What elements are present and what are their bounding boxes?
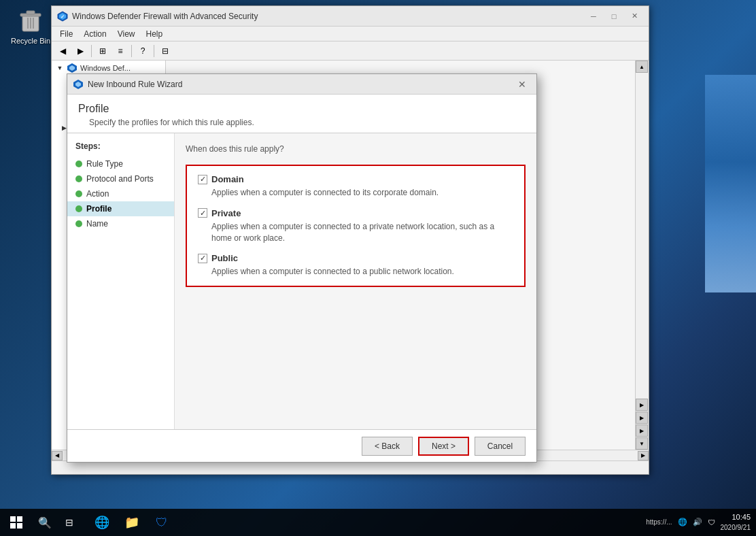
back-button[interactable]: < Back (362, 437, 413, 456)
taskbar-explorer-app[interactable]: 📁 (117, 509, 147, 536)
dialog-header-subtitle: Specify the profiles for which this rule… (78, 118, 526, 127)
dialog-question: When does this rule apply? (186, 144, 526, 154)
menu-view[interactable]: View (112, 28, 141, 40)
taskbar-shield-app[interactable]: 🛡 (147, 509, 177, 536)
dialog-title-icon (73, 79, 84, 90)
scroll-right-1-btn[interactable]: ▶ (636, 399, 648, 411)
svg-text:✓: ✓ (61, 14, 65, 19)
profile-domain-desc: Applies when a computer is connected to … (198, 187, 513, 199)
recycle-bin-icon[interactable]: Recycle Bin (7, 7, 54, 45)
scroll-left-btn[interactable]: ◀ (52, 451, 63, 460)
clock-date: 2020/9/21 (721, 523, 751, 533)
step-dot-protocol-ports (75, 175, 82, 182)
tree-root-icon (67, 63, 78, 73)
step-action[interactable]: Action (67, 186, 174, 201)
dialog-body: Steps: Rule Type Protocol and Ports Acti… (67, 133, 536, 429)
recycle-bin-label: Recycle Bin (11, 37, 50, 45)
cancel-button[interactable]: Cancel (475, 437, 526, 456)
menu-file[interactable]: File (54, 28, 78, 40)
menu-action[interactable]: Action (78, 28, 111, 40)
ie-icon: 🌐 (94, 515, 109, 530)
step-dot-rule-type (75, 161, 82, 167)
start-button[interactable] (0, 509, 33, 536)
scroll-up-btn[interactable]: ▲ (636, 61, 648, 73)
steps-title: Steps: (67, 141, 174, 156)
next-button[interactable]: Next > (418, 437, 469, 456)
toolbar-separator-3 (154, 45, 154, 57)
window-title: Windows Defender Firewall with Advanced … (72, 12, 585, 21)
profile-domain-row: Domain (198, 174, 513, 184)
dialog-close-button[interactable]: ✕ (513, 78, 531, 91)
profile-domain-name: Domain (211, 174, 244, 184)
desktop: Recycle Bin ✓ Windows Defender Firewall … (0, 0, 756, 536)
menu-help[interactable]: Help (141, 28, 169, 40)
blue-light-decoration (705, 75, 756, 292)
profile-private-desc: Applies when a computer is connected to … (198, 221, 513, 244)
step-label-protocol-ports: Protocol and Ports (86, 174, 154, 184)
scroll-right-btn[interactable]: ▶ (638, 451, 649, 460)
taskbar-search[interactable]: 🔍 (33, 509, 57, 536)
profile-private-checkbox[interactable] (198, 208, 207, 218)
status-bar (52, 460, 649, 474)
tree-expand-icon: ▼ (56, 64, 64, 72)
svg-marker-20 (75, 82, 81, 87)
svg-rect-2 (27, 11, 35, 14)
step-profile[interactable]: Profile (67, 201, 174, 216)
toolbar-btn-2[interactable]: ≡ (112, 44, 128, 58)
dialog-header: Profile Specify the profiles for which t… (67, 95, 536, 133)
toolbar: ◀ ▶ ⊞ ≡ ? ⊟ (52, 41, 649, 61)
task-view-button[interactable]: ⊟ (57, 509, 82, 536)
tray-speaker-icon: 🔊 (693, 518, 702, 526)
profile-private-row: Private (198, 208, 513, 218)
step-dot-name (75, 220, 82, 227)
profile-public-checkbox[interactable] (198, 254, 207, 263)
step-name[interactable]: Name (67, 216, 174, 231)
toolbar-btn-3[interactable]: ⊟ (157, 44, 173, 58)
toolbar-back[interactable]: ◀ (54, 44, 71, 58)
maximize-button[interactable]: □ (605, 10, 623, 23)
toolbar-forward[interactable]: ▶ (72, 44, 88, 58)
window-titlebar: ✓ Windows Defender Firewall with Advance… (52, 6, 649, 27)
dialog-title-text: New Inbound Rule Wizard (88, 80, 513, 89)
tree-root-label: Windows Def... (80, 64, 131, 72)
toolbar-btn-1[interactable]: ⊞ (94, 44, 111, 58)
profiles-box: Domain Applies when a computer is connec… (186, 165, 526, 287)
dialog-titlebar: New Inbound Rule Wizard ✕ (67, 74, 536, 95)
step-label-action: Action (86, 189, 109, 199)
recycle-bin-graphic (17, 7, 44, 34)
task-view-icon: ⊟ (65, 517, 73, 528)
close-button[interactable]: ✕ (625, 10, 643, 23)
step-label-name: Name (86, 219, 108, 229)
scroll-right-3-btn[interactable]: ▶ (636, 424, 648, 437)
taskbar-clock[interactable]: 10:45 2020/9/21 (721, 512, 751, 532)
step-protocol-ports[interactable]: Protocol and Ports (67, 171, 174, 186)
toolbar-separator-2 (131, 45, 132, 57)
scroll-down-btn[interactable]: ▼ (636, 437, 648, 450)
tray-url-text: https://... (646, 518, 672, 526)
profile-domain-option: Domain Applies when a computer is connec… (198, 174, 513, 199)
step-rule-type[interactable]: Rule Type (67, 156, 174, 171)
shield-app-icon: 🛡 (156, 516, 168, 530)
taskbar-ie-app[interactable]: 🌐 (87, 509, 117, 536)
window-controls: ─ □ ✕ (585, 10, 643, 23)
new-inbound-rule-wizard-dialog: New Inbound Rule Wizard ✕ Profile Specif… (67, 73, 537, 463)
dialog-header-title: Profile (78, 103, 526, 115)
toolbar-separator-1 (91, 45, 92, 57)
explorer-icon: 📁 (124, 515, 139, 530)
profile-public-row: Public (198, 253, 513, 263)
step-dot-profile (75, 205, 82, 212)
profile-domain-checkbox[interactable] (198, 175, 207, 184)
profile-private-option: Private Applies when a computer is conne… (198, 208, 513, 244)
scroll-right-2-btn[interactable]: ▶ (636, 412, 648, 424)
start-icon (10, 516, 22, 529)
search-icon: 🔍 (38, 516, 52, 529)
right-scrollbar: ▲ ▶ ▶ ▶ ▼ (635, 61, 649, 450)
step-dot-action (75, 190, 82, 197)
dialog-content: When does this rule apply? Domain Applie… (175, 133, 536, 429)
clock-time: 10:45 (721, 512, 751, 522)
profile-public-desc: Applies when a computer is connected to … (198, 266, 513, 278)
minimize-button[interactable]: ─ (585, 10, 602, 23)
taskbar: 🔍 ⊟ 🌐 📁 🛡 https://... 🌐 🔊 🛡 10:45 (0, 509, 756, 536)
taskbar-right: https://... 🌐 🔊 🛡 10:45 2020/9/21 (646, 512, 756, 532)
toolbar-help[interactable]: ? (135, 44, 151, 58)
